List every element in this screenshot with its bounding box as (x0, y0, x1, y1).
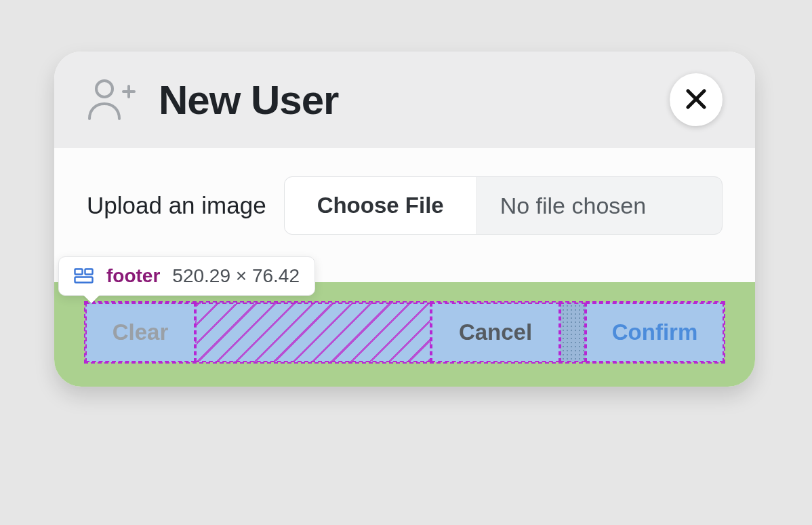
cancel-button[interactable]: Cancel (431, 303, 560, 362)
upload-row: Upload an image Choose File No file chos… (87, 176, 723, 235)
upload-image-label: Upload an image (87, 192, 266, 219)
choose-file-button[interactable]: Choose File (285, 177, 477, 234)
flex-gap-small-highlight (560, 303, 586, 362)
flexbox-icon (74, 268, 94, 284)
flex-gap-highlight (195, 303, 431, 362)
devtools-element-tag: footer (106, 265, 160, 287)
dialog-footer: Clear Cancel Confirm (54, 282, 755, 387)
devtools-element-size: 520.29 × 76.42 (172, 265, 300, 287)
clear-button[interactable]: Clear (85, 303, 195, 362)
svg-point-0 (96, 81, 113, 97)
dialog-header: New User (54, 52, 755, 148)
new-user-dialog: New User Upload an image Choose File No … (54, 52, 755, 387)
svg-rect-5 (75, 269, 83, 275)
close-button[interactable] (670, 73, 723, 126)
file-input[interactable]: Choose File No file chosen (284, 176, 723, 235)
file-status-text: No file chosen (477, 177, 722, 234)
svg-rect-7 (75, 277, 93, 283)
header-left: New User (85, 77, 338, 123)
devtools-inspector-tooltip: footer 520.29 × 76.42 (58, 256, 315, 296)
confirm-button[interactable]: Confirm (586, 303, 724, 362)
user-plus-icon (85, 77, 136, 123)
close-icon (685, 88, 708, 113)
svg-rect-6 (85, 269, 93, 275)
dialog-title: New User (159, 77, 338, 123)
footer-flex-container: Clear Cancel Confirm (85, 303, 724, 362)
